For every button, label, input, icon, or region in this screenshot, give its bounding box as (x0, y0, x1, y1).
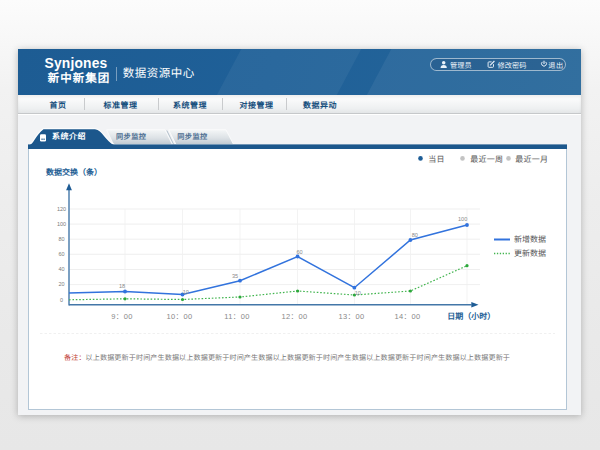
svg-text:10: 10 (183, 289, 189, 295)
svg-text:35: 35 (232, 273, 238, 279)
svg-text:18: 18 (119, 283, 125, 289)
svg-text:10: 10 (355, 290, 361, 296)
svg-text:100: 100 (458, 216, 467, 222)
svg-text:60: 60 (297, 249, 303, 255)
svg-text:80: 80 (412, 232, 418, 238)
